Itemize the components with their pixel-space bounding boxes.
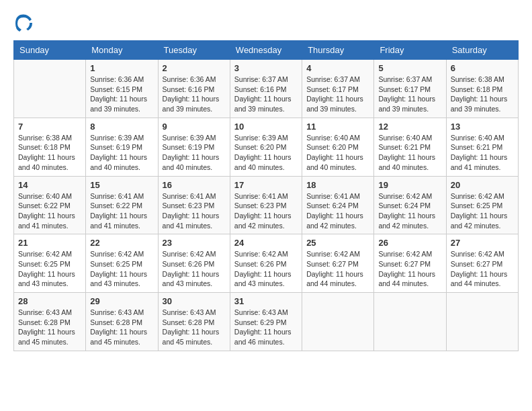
day-number: 11: [306, 122, 369, 132]
day-number: 15: [90, 180, 153, 190]
sunrise-label: Sunrise: 6:42 AM: [451, 250, 504, 258]
day-number: 31: [234, 296, 298, 306]
calendar-cell: [302, 293, 374, 351]
logo: [13, 13, 36, 34]
day-number: 10: [234, 122, 298, 132]
daylight-label: Daylight: 11 hours and 42 minutes.: [451, 212, 508, 230]
sunrise-label: Sunrise: 6:36 AM: [163, 75, 216, 83]
daylight-label: Daylight: 11 hours and 39 minutes.: [163, 95, 220, 113]
sunset-label: Sunset: 6:20 PM: [234, 143, 287, 151]
sunset-label: Sunset: 6:18 PM: [451, 85, 503, 93]
sunset-label: Sunset: 6:27 PM: [378, 260, 431, 268]
sunset-label: Sunset: 6:21 PM: [451, 143, 503, 151]
calendar-cell: 25 Sunrise: 6:42 AM Sunset: 6:27 PM Dayl…: [302, 234, 374, 293]
sunset-label: Sunset: 6:28 PM: [163, 318, 215, 326]
column-header-friday: Friday: [374, 41, 446, 60]
daylight-label: Daylight: 11 hours and 46 minutes.: [234, 328, 292, 346]
calendar-cell: 19 Sunrise: 6:42 AM Sunset: 6:24 PM Dayl…: [374, 176, 446, 234]
sunrise-label: Sunrise: 6:42 AM: [90, 250, 144, 258]
sunrise-label: Sunrise: 6:42 AM: [234, 250, 288, 258]
sunrise-label: Sunrise: 6:39 AM: [90, 134, 144, 142]
sunset-label: Sunset: 6:19 PM: [90, 143, 142, 151]
sunset-label: Sunset: 6:27 PM: [451, 260, 503, 268]
day-info: Sunrise: 6:38 AM Sunset: 6:18 PM Dayligh…: [451, 75, 514, 114]
day-info: Sunrise: 6:42 AM Sunset: 6:25 PM Dayligh…: [451, 191, 514, 231]
calendar-cell: 11 Sunrise: 6:40 AM Sunset: 6:20 PM Dayl…: [302, 118, 374, 176]
daylight-label: Daylight: 11 hours and 40 minutes.: [163, 153, 220, 171]
day-info: Sunrise: 6:42 AM Sunset: 6:25 PM Dayligh…: [90, 249, 153, 289]
calendar-cell: 1 Sunrise: 6:36 AM Sunset: 6:15 PM Dayli…: [86, 60, 158, 118]
day-info: Sunrise: 6:42 AM Sunset: 6:24 PM Dayligh…: [378, 191, 441, 231]
day-info: Sunrise: 6:43 AM Sunset: 6:28 PM Dayligh…: [90, 308, 153, 347]
day-number: 8: [90, 122, 153, 132]
day-number: 5: [378, 63, 441, 73]
sunrise-label: Sunrise: 6:42 AM: [306, 250, 360, 258]
sunrise-label: Sunrise: 6:42 AM: [163, 250, 216, 258]
day-number: 12: [378, 122, 441, 132]
day-info: Sunrise: 6:41 AM Sunset: 6:22 PM Dayligh…: [90, 191, 153, 231]
calendar-header-row: SundayMondayTuesdayWednesdayThursdayFrid…: [14, 41, 519, 60]
daylight-label: Daylight: 11 hours and 45 minutes.: [163, 328, 220, 346]
day-info: Sunrise: 6:39 AM Sunset: 6:19 PM Dayligh…: [90, 133, 153, 173]
calendar-cell: [374, 293, 446, 351]
daylight-label: Daylight: 11 hours and 39 minutes.: [306, 95, 363, 113]
day-info: Sunrise: 6:42 AM Sunset: 6:26 PM Dayligh…: [163, 249, 226, 289]
calendar-table: SundayMondayTuesdayWednesdayThursdayFrid…: [13, 40, 519, 351]
sunset-label: Sunset: 6:22 PM: [18, 201, 71, 210]
calendar-cell: 21 Sunrise: 6:42 AM Sunset: 6:25 PM Dayl…: [14, 234, 86, 293]
day-info: Sunrise: 6:43 AM Sunset: 6:29 PM Dayligh…: [234, 308, 298, 347]
sunrise-label: Sunrise: 6:39 AM: [234, 134, 288, 142]
day-info: Sunrise: 6:37 AM Sunset: 6:16 PM Dayligh…: [234, 75, 298, 114]
column-header-sunday: Sunday: [14, 41, 86, 60]
calendar-cell: 13 Sunrise: 6:40 AM Sunset: 6:21 PM Dayl…: [446, 118, 518, 176]
day-number: 28: [18, 296, 81, 306]
day-number: 17: [234, 180, 298, 190]
sunset-label: Sunset: 6:22 PM: [90, 201, 142, 210]
day-number: 29: [90, 296, 153, 306]
sunrise-label: Sunrise: 6:42 AM: [451, 192, 504, 200]
sunrise-label: Sunrise: 6:37 AM: [306, 75, 360, 83]
column-header-tuesday: Tuesday: [158, 41, 230, 60]
day-number: 27: [451, 238, 514, 248]
sunrise-label: Sunrise: 6:40 AM: [306, 134, 360, 142]
calendar-cell: 15 Sunrise: 6:41 AM Sunset: 6:22 PM Dayl…: [86, 176, 158, 234]
day-info: Sunrise: 6:36 AM Sunset: 6:15 PM Dayligh…: [90, 75, 153, 114]
day-number: 1: [90, 63, 153, 73]
sunrise-label: Sunrise: 6:40 AM: [378, 134, 432, 142]
calendar-cell: 31 Sunrise: 6:43 AM Sunset: 6:29 PM Dayl…: [230, 293, 302, 351]
daylight-label: Daylight: 11 hours and 45 minutes.: [18, 328, 75, 346]
sunset-label: Sunset: 6:20 PM: [306, 143, 359, 151]
calendar-cell: 26 Sunrise: 6:42 AM Sunset: 6:27 PM Dayl…: [374, 234, 446, 293]
day-number: 7: [18, 122, 81, 132]
sunrise-label: Sunrise: 6:41 AM: [163, 192, 216, 200]
daylight-label: Daylight: 11 hours and 44 minutes.: [451, 270, 508, 288]
day-info: Sunrise: 6:36 AM Sunset: 6:16 PM Dayligh…: [163, 75, 226, 114]
calendar-week-5: 28 Sunrise: 6:43 AM Sunset: 6:28 PM Dayl…: [14, 293, 519, 351]
sunrise-label: Sunrise: 6:36 AM: [90, 75, 144, 83]
sunset-label: Sunset: 6:24 PM: [306, 201, 359, 210]
calendar-cell: 29 Sunrise: 6:43 AM Sunset: 6:28 PM Dayl…: [86, 293, 158, 351]
daylight-label: Daylight: 11 hours and 44 minutes.: [306, 270, 363, 288]
daylight-label: Daylight: 11 hours and 39 minutes.: [234, 95, 292, 113]
daylight-label: Daylight: 11 hours and 41 minutes.: [163, 212, 220, 230]
daylight-label: Daylight: 11 hours and 40 minutes.: [18, 153, 75, 171]
sunset-label: Sunset: 6:19 PM: [163, 143, 215, 151]
calendar-cell: 22 Sunrise: 6:42 AM Sunset: 6:25 PM Dayl…: [86, 234, 158, 293]
sunrise-label: Sunrise: 6:41 AM: [306, 192, 360, 200]
sunrise-label: Sunrise: 6:39 AM: [163, 134, 216, 142]
sunset-label: Sunset: 6:26 PM: [163, 260, 215, 268]
sunset-label: Sunset: 6:23 PM: [163, 201, 215, 210]
daylight-label: Daylight: 11 hours and 43 minutes.: [234, 270, 292, 288]
daylight-label: Daylight: 11 hours and 44 minutes.: [378, 270, 435, 288]
calendar-cell: 4 Sunrise: 6:37 AM Sunset: 6:17 PM Dayli…: [302, 60, 374, 118]
sunset-label: Sunset: 6:28 PM: [18, 318, 71, 326]
sunrise-label: Sunrise: 6:41 AM: [90, 192, 144, 200]
day-number: 26: [378, 238, 441, 248]
day-number: 9: [163, 122, 226, 132]
day-number: 20: [451, 180, 514, 190]
calendar-cell: 27 Sunrise: 6:42 AM Sunset: 6:27 PM Dayl…: [446, 234, 518, 293]
sunrise-label: Sunrise: 6:37 AM: [378, 75, 432, 83]
column-header-thursday: Thursday: [302, 41, 374, 60]
sunrise-label: Sunrise: 6:43 AM: [234, 308, 288, 316]
day-info: Sunrise: 6:40 AM Sunset: 6:21 PM Dayligh…: [451, 133, 514, 173]
